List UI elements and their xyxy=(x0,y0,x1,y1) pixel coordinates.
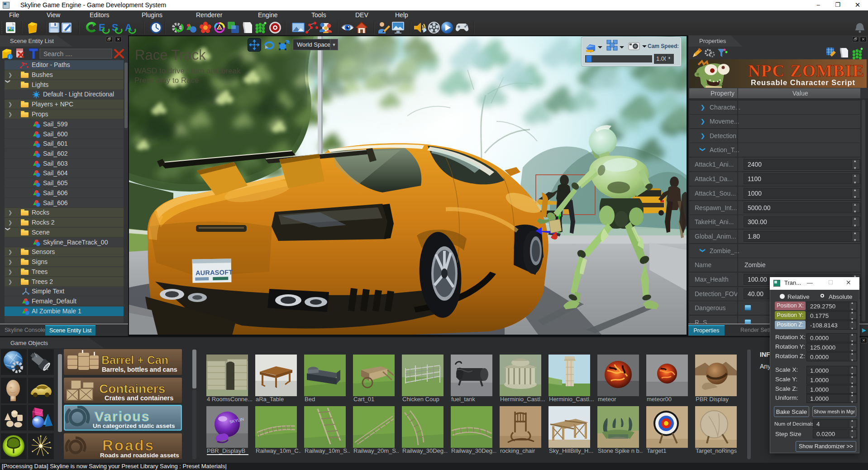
svg-text:i: i xyxy=(9,55,10,59)
svg-text:Various: Various xyxy=(95,409,150,424)
svg-text:Containers: Containers xyxy=(99,382,165,396)
svg-text:Barrel + Can: Barrel + Can xyxy=(101,354,168,366)
svg-text:Roads: Roads xyxy=(102,437,155,454)
svg-text:Un categorized static assets: Un categorized static assets xyxy=(93,422,175,429)
svg-text:NPC ZOMBIE: NPC ZOMBIE xyxy=(748,61,864,80)
svg-text:Roads and roadside assets: Roads and roadside assets xyxy=(100,452,179,459)
svg-text:Reusable Character Script: Reusable Character Script xyxy=(751,78,855,86)
svg-text:Cam Speed:: Cam Speed: xyxy=(648,43,678,49)
svg-text:Crates and containers: Crates and containers xyxy=(105,394,173,402)
svg-text:E: E xyxy=(99,22,105,33)
svg-text:AURASOFT: AURASOFT xyxy=(196,269,233,276)
svg-text:Search ....: Search .... xyxy=(43,50,72,58)
svg-text:Barrels, bottles and cans: Barrels, bottles and cans xyxy=(102,366,177,373)
